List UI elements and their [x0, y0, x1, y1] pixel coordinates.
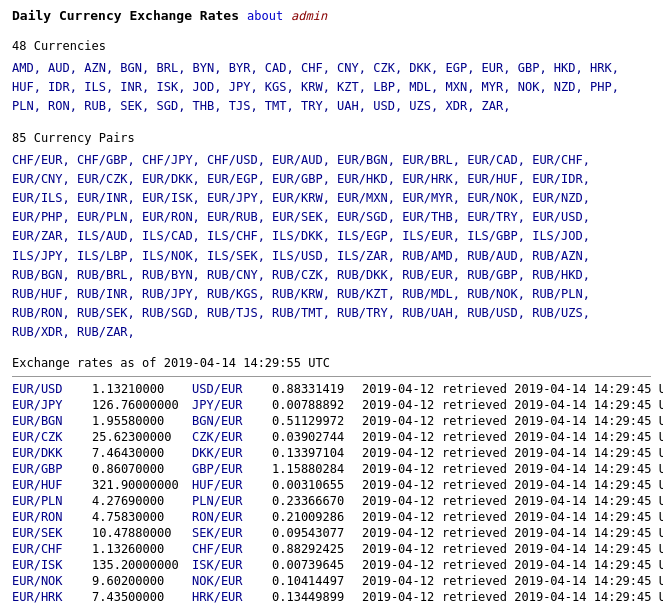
- pair-cell: EUR/ISK: [12, 557, 92, 573]
- rrate-cell: 0.00788892: [272, 397, 362, 413]
- table-row: EUR/CHF 1.13260000 CHF/EUR 0.88292425 20…: [12, 541, 663, 557]
- rrate-cell: 0.00310655: [272, 477, 362, 493]
- table-row: EUR/HRK 7.43500000 HRK/EUR 0.13449899 20…: [12, 589, 663, 604]
- pair-cell: EUR/DKK: [12, 445, 92, 461]
- rpair-cell: HUF/EUR: [192, 477, 272, 493]
- table-row: EUR/HUF 321.90000000 HUF/EUR 0.00310655 …: [12, 477, 663, 493]
- rrate-cell: 1.15880284: [272, 461, 362, 477]
- date-cell: 2019-04-12: [362, 413, 442, 429]
- pair-cell: EUR/CHF: [12, 541, 92, 557]
- rrate-cell: 0.51129972: [272, 413, 362, 429]
- rrate-cell: 0.13449899: [272, 589, 362, 604]
- table-row: EUR/DKK 7.46430000 DKK/EUR 0.13397104 20…: [12, 445, 663, 461]
- rate-cell: 4.75830000: [92, 509, 192, 525]
- rate-cell: 135.20000000: [92, 557, 192, 573]
- rate-cell: 321.90000000: [92, 477, 192, 493]
- date-cell: 2019-04-12: [362, 397, 442, 413]
- rrate-cell: 0.03902744: [272, 429, 362, 445]
- admin-link[interactable]: admin: [291, 9, 327, 23]
- pair-cell: EUR/CZK: [12, 429, 92, 445]
- rate-cell: 1.13210000: [92, 381, 192, 397]
- info-cell: retrieved 2019-04-14 14:29:45 UTC from B…: [442, 445, 663, 461]
- pair-cell: EUR/BGN: [12, 413, 92, 429]
- info-cell: retrieved 2019-04-14 14:29:45 UTC from B…: [442, 589, 663, 604]
- rpair-cell: RON/EUR: [192, 509, 272, 525]
- page-header: Daily Currency Exchange Rates about admi…: [12, 8, 651, 23]
- info-cell: retrieved 2019-04-14 14:29:45 UTC from B…: [442, 397, 663, 413]
- pair-cell: EUR/HUF: [12, 477, 92, 493]
- pair-cell: EUR/PLN: [12, 493, 92, 509]
- date-cell: 2019-04-12: [362, 509, 442, 525]
- rpair-cell: CZK/EUR: [192, 429, 272, 445]
- pair-cell: EUR/NOK: [12, 573, 92, 589]
- rpair-cell: GBP/EUR: [192, 461, 272, 477]
- info-cell: retrieved 2019-04-14 14:29:45 UTC from B…: [442, 573, 663, 589]
- exchange-rates-header: Exchange rates as of 2019-04-14 14:29:55…: [12, 356, 651, 370]
- rate-cell: 0.86070000: [92, 461, 192, 477]
- info-cell: retrieved 2019-04-14 14:29:45 UTC from B…: [442, 413, 663, 429]
- date-cell: 2019-04-12: [362, 445, 442, 461]
- rpair-cell: BGN/EUR: [192, 413, 272, 429]
- pair-cell: EUR/USD: [12, 381, 92, 397]
- info-cell: retrieved 2019-04-14 14:29:45 UTC from B…: [442, 525, 663, 541]
- pair-cell: EUR/RON: [12, 509, 92, 525]
- info-cell: retrieved 2019-04-14 14:29:45 UTC from B…: [442, 429, 663, 445]
- rpair-cell: PLN/EUR: [192, 493, 272, 509]
- table-row: EUR/PLN 4.27690000 PLN/EUR 0.23366670 20…: [12, 493, 663, 509]
- pairs-count: 85 Currency Pairs: [12, 131, 651, 145]
- table-row: EUR/RON 4.75830000 RON/EUR 0.21009286 20…: [12, 509, 663, 525]
- table-row: EUR/GBP 0.86070000 GBP/EUR 1.15880284 20…: [12, 461, 663, 477]
- rrate-cell: 0.13397104: [272, 445, 362, 461]
- rate-cell: 7.43500000: [92, 589, 192, 604]
- rrate-cell: 0.88331419: [272, 381, 362, 397]
- date-cell: 2019-04-12: [362, 429, 442, 445]
- rpair-cell: CHF/EUR: [192, 541, 272, 557]
- pair-cell: EUR/HRK: [12, 589, 92, 604]
- rate-cell: 9.60200000: [92, 573, 192, 589]
- date-cell: 2019-04-12: [362, 461, 442, 477]
- rate-cell: 25.62300000: [92, 429, 192, 445]
- pairs-list: CHF/EUR, CHF/GBP, CHF/JPY, CHF/USD, EUR/…: [12, 151, 651, 343]
- table-row: EUR/SEK 10.47880000 SEK/EUR 0.09543077 2…: [12, 525, 663, 541]
- table-row: EUR/ISK 135.20000000 ISK/EUR 0.00739645 …: [12, 557, 663, 573]
- rpair-cell: DKK/EUR: [192, 445, 272, 461]
- info-cell: retrieved 2019-04-14 14:29:45 UTC from B…: [442, 509, 663, 525]
- rate-cell: 4.27690000: [92, 493, 192, 509]
- info-cell: retrieved 2019-04-14 14:29:45 UTC from B…: [442, 461, 663, 477]
- table-row: EUR/BGN 1.95580000 BGN/EUR 0.51129972 20…: [12, 413, 663, 429]
- currencies-count: 48 Currencies: [12, 39, 651, 53]
- rpair-cell: ISK/EUR: [192, 557, 272, 573]
- rate-cell: 7.46430000: [92, 445, 192, 461]
- table-row: EUR/JPY 126.76000000 JPY/EUR 0.00788892 …: [12, 397, 663, 413]
- rrate-cell: 0.21009286: [272, 509, 362, 525]
- rrate-cell: 0.88292425: [272, 541, 362, 557]
- rate-cell: 10.47880000: [92, 525, 192, 541]
- currencies-list: AMD, AUD, AZN, BGN, BRL, BYN, BYR, CAD, …: [12, 59, 651, 117]
- rpair-cell: HRK/EUR: [192, 589, 272, 604]
- date-cell: 2019-04-12: [362, 381, 442, 397]
- date-cell: 2019-04-12: [362, 573, 442, 589]
- table-divider: [12, 376, 651, 377]
- rrate-cell: 0.09543077: [272, 525, 362, 541]
- table-row: EUR/NOK 9.60200000 NOK/EUR 0.10414497 20…: [12, 573, 663, 589]
- pair-cell: EUR/GBP: [12, 461, 92, 477]
- rates-table: EUR/USD 1.13210000 USD/EUR 0.88331419 20…: [12, 381, 663, 604]
- date-cell: 2019-04-12: [362, 525, 442, 541]
- rpair-cell: SEK/EUR: [192, 525, 272, 541]
- table-row: EUR/CZK 25.62300000 CZK/EUR 0.03902744 2…: [12, 429, 663, 445]
- info-cell: retrieved 2019-04-14 14:29:45 UTC from B…: [442, 493, 663, 509]
- rate-cell: 1.13260000: [92, 541, 192, 557]
- date-cell: 2019-04-12: [362, 477, 442, 493]
- rrate-cell: 0.00739645: [272, 557, 362, 573]
- pair-cell: EUR/JPY: [12, 397, 92, 413]
- date-cell: 2019-04-12: [362, 541, 442, 557]
- about-link[interactable]: about: [247, 9, 283, 23]
- info-cell: retrieved 2019-04-14 14:29:45 UTC from B…: [442, 381, 663, 397]
- rrate-cell: 0.23366670: [272, 493, 362, 509]
- rpair-cell: JPY/EUR: [192, 397, 272, 413]
- date-cell: 2019-04-12: [362, 493, 442, 509]
- info-cell: retrieved 2019-04-14 14:29:45 UTC from B…: [442, 477, 663, 493]
- rate-cell: 1.95580000: [92, 413, 192, 429]
- info-cell: retrieved 2019-04-14 14:29:45 UTC from B…: [442, 541, 663, 557]
- rpair-cell: NOK/EUR: [192, 573, 272, 589]
